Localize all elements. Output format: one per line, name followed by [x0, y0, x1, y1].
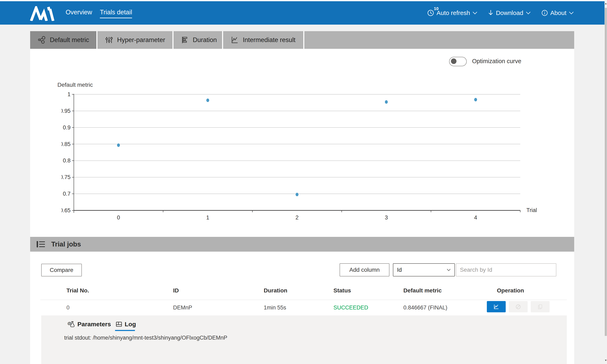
default-metric-scatter-chart[interactable]: 10.950.90.850.80.750.70.6501234Trial — [62, 86, 539, 223]
svg-text:0.95: 0.95 — [62, 108, 71, 114]
chevron-down-icon — [526, 12, 531, 14]
intermediate-result-button[interactable] — [487, 301, 506, 312]
copy-trial-button[interactable] — [531, 301, 550, 312]
search-input[interactable] — [456, 263, 556, 276]
tab-hyper-parameter[interactable]: Hyper-parameter — [97, 31, 172, 49]
cell-status status-badge: SUCCEEDED — [334, 305, 368, 311]
scroll-up-arrow-icon[interactable] — [605, 3, 607, 4]
clock-icon: 10 — [427, 9, 434, 16]
flask-icon: @ — [67, 321, 75, 327]
col-header-status[interactable]: Status — [334, 287, 351, 294]
header-separator — [40, 299, 567, 300]
optimization-curve-toggle[interactable] — [449, 57, 467, 66]
cell-trial-no: 0 — [66, 305, 69, 311]
auto-refresh-interval-badge: 10 — [434, 6, 439, 11]
auto-refresh-menu[interactable]: 10 Auto refresh — [427, 9, 478, 16]
svg-text:4: 4 — [474, 215, 477, 221]
cell-duration: 1min 55s — [264, 305, 286, 311]
auto-refresh-label: Auto refresh — [437, 9, 470, 16]
scroll-down-arrow-icon[interactable] — [605, 360, 607, 361]
svg-text:0: 0 — [117, 215, 120, 221]
col-header-duration[interactable]: Duration — [264, 287, 287, 294]
scatter-icon — [38, 36, 46, 44]
tab-log[interactable]: Log — [116, 321, 136, 328]
search-filter-dropdown[interactable]: Id — [393, 263, 455, 276]
tab-duration[interactable]: Duration — [173, 31, 222, 49]
tab-label: Duration — [193, 36, 217, 44]
chevron-down-icon — [569, 12, 574, 14]
metric-tabbar: Default metric Hyper-parameter Duration — [30, 31, 574, 49]
chevron-down-icon — [472, 12, 478, 14]
detail-tab-label: Log — [125, 321, 136, 328]
nni-logo[interactable] — [30, 6, 56, 21]
scrollbar-thumb[interactable] — [605, 8, 607, 336]
block-icon — [515, 303, 521, 310]
svg-text:Trial: Trial — [526, 207, 537, 213]
info-icon — [541, 10, 548, 16]
toggle-knob — [451, 58, 456, 64]
line-chart-icon — [231, 36, 239, 44]
tab-label: Default metric — [50, 36, 89, 44]
col-header-trial-no[interactable]: Trial No. — [66, 287, 89, 294]
svg-text:0.8: 0.8 — [63, 157, 71, 164]
tab-parameters[interactable]: @ Parameters — [67, 321, 111, 328]
tab-default-metric[interactable]: Default metric — [30, 31, 96, 49]
list-icon — [37, 240, 46, 248]
vertical-scrollbar[interactable] — [605, 0, 607, 364]
trial-stdout-path: trial stdout: /home/shinyang/mnt-test3/s… — [64, 335, 227, 341]
download-menu[interactable]: Download — [488, 9, 530, 16]
trial-jobs-section-bar: Trial jobs — [30, 237, 574, 252]
svg-text:0.65: 0.65 — [62, 207, 71, 213]
about-label: About — [550, 9, 566, 16]
log-window-icon — [116, 321, 122, 327]
nav-right-group: 10 Auto refresh Download About — [427, 1, 574, 25]
svg-text:1: 1 — [67, 91, 71, 97]
chevron-down-icon — [447, 269, 451, 271]
svg-text:0.7: 0.7 — [63, 191, 71, 197]
download-label: Download — [496, 9, 523, 16]
svg-text:3: 3 — [385, 215, 388, 221]
svg-text:1: 1 — [206, 215, 209, 221]
app-root: Overview Trials detail 10 Auto refresh D… — [0, 0, 607, 364]
trial-jobs-card: Compare Add column Id Trial No. ID Durat… — [30, 252, 574, 364]
detail-tab-label: Parameters — [77, 321, 111, 328]
download-icon — [488, 10, 493, 16]
svg-text:0.75: 0.75 — [62, 174, 71, 180]
tab-label: Hyper-parameter — [117, 36, 165, 44]
kill-trial-button[interactable] — [509, 301, 528, 312]
copy-icon — [537, 303, 543, 310]
tabbar-filler — [304, 31, 574, 49]
nav-link-trials-detail[interactable]: Trials detail — [100, 9, 132, 18]
col-header-default-metric[interactable]: Default metric — [403, 287, 442, 294]
col-header-id[interactable]: ID — [173, 287, 179, 294]
top-nav: Overview Trials detail 10 Auto refresh D… — [0, 1, 605, 25]
svg-text:0.85: 0.85 — [62, 141, 71, 147]
tab-label: Intermediate result — [243, 36, 296, 44]
search-filter-selected: Id — [397, 267, 447, 273]
cell-id: DEMnP — [173, 305, 192, 311]
optimization-curve-label: Optimization curve — [472, 58, 521, 65]
cell-default-metric: 0.846667 (FINAL) — [403, 305, 447, 311]
line-chart-icon — [493, 303, 500, 310]
add-column-button[interactable]: Add column — [340, 263, 389, 276]
about-menu[interactable]: About — [541, 9, 574, 16]
trial-detail-panel: @ Parameters Log trial stdout: /home/shi… — [41, 315, 567, 364]
sliders-icon — [105, 36, 113, 44]
tab-intermediate-result[interactable]: Intermediate result — [223, 31, 303, 49]
svg-text:2: 2 — [296, 215, 298, 221]
default-metric-panel: Optimization curve Default metric 10.950… — [30, 49, 574, 237]
active-tab-underline — [115, 330, 135, 331]
trial-jobs-title: Trial jobs — [51, 240, 81, 248]
compare-button[interactable]: Compare — [41, 264, 82, 276]
svg-text:0.9: 0.9 — [63, 124, 71, 131]
nav-link-overview[interactable]: Overview — [66, 9, 92, 18]
bar-chart-icon — [181, 36, 189, 44]
col-header-operation[interactable]: Operation — [497, 287, 524, 294]
